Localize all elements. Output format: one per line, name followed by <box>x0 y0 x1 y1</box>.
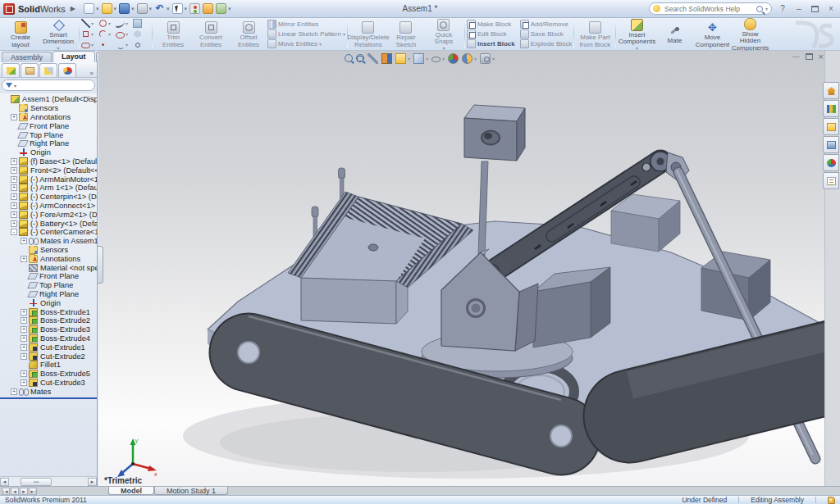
point-tool-icon[interactable] <box>98 40 107 49</box>
make-block-button[interactable]: Make Block <box>467 20 515 29</box>
tree-item[interactable]: +Boss-Extrude5 <box>0 370 97 379</box>
filter-dropdown-icon[interactable]: ▾ <box>14 83 16 89</box>
move-component-button[interactable]: ✥ Move Component <box>694 20 730 48</box>
configuration-manager-tab[interactable] <box>39 63 57 77</box>
file-properties-icon[interactable] <box>203 3 213 14</box>
view-orientation-icon[interactable] <box>395 53 406 64</box>
search-icon[interactable] <box>756 6 763 12</box>
tree-item[interactable]: +Boss-Extrude3 <box>0 325 97 334</box>
select-dropdown-icon[interactable]: ▾ <box>185 6 188 12</box>
tree-item[interactable]: Top Plane <box>0 130 97 139</box>
first-tab-icon[interactable]: |◄ <box>2 488 10 495</box>
tree-item[interactable]: Right Plane <box>0 290 97 299</box>
menu-expand-arrow-icon[interactable]: ▶ <box>71 5 75 12</box>
move-entities-button[interactable]: Move Entities▾ <box>267 39 345 48</box>
make-part-from-block-button[interactable]: Make Part from Block <box>577 20 613 48</box>
appearances-icon[interactable] <box>823 154 839 171</box>
offset-entities-button[interactable]: Offset Entities <box>231 20 267 48</box>
tree-item[interactable]: Front Plane <box>0 121 97 130</box>
view-settings-icon[interactable] <box>480 53 491 64</box>
create-layout-button[interactable]: Create layout <box>2 20 39 48</box>
tree-item[interactable]: Assem1 (Default<Display State-1 <box>0 95 97 104</box>
doc-close-button[interactable]: × <box>819 52 824 61</box>
feature-tree-tab[interactable] <box>2 63 20 77</box>
property-manager-tab[interactable] <box>21 63 39 77</box>
open-icon[interactable] <box>102 3 112 14</box>
scroll-thumb[interactable]: ▪▪▪ <box>21 478 52 486</box>
tree-item[interactable]: Material <not specified> <box>0 263 97 272</box>
select-cursor-icon[interactable] <box>172 3 183 14</box>
restore-button[interactable] <box>811 6 819 12</box>
rebuild-icon[interactable] <box>189 3 200 14</box>
tree-item[interactable]: +(f) Base<1> (Default<<Defaul <box>0 157 97 166</box>
tree-item[interactable]: Origin <box>0 148 97 157</box>
new-document-icon[interactable] <box>84 3 94 14</box>
tree-item[interactable]: Top Plane <box>0 281 97 290</box>
polygon-tool-icon[interactable] <box>133 30 142 39</box>
scroll-right-icon[interactable]: ► <box>88 478 97 486</box>
tag-icon[interactable] <box>828 497 835 504</box>
rollback-bar[interactable] <box>0 397 97 399</box>
convert-entities-button[interactable]: Convert Entities <box>193 20 229 48</box>
help-button[interactable]: ? <box>777 3 788 15</box>
tree-item[interactable]: +(-) ArmConnect<1> (Default< <box>0 202 97 211</box>
next-tab-icon[interactable]: ► <box>20 488 28 495</box>
explode-block-button[interactable]: Explode Block <box>520 39 573 48</box>
search-box[interactable]: ▾ <box>649 2 772 15</box>
edit-appearance-icon[interactable] <box>448 53 459 64</box>
graphics-viewport[interactable]: ▾ ▾ ▾ ▾ ▾ <box>98 51 824 488</box>
solidworks-resources-icon[interactable] <box>823 82 839 99</box>
tree-item[interactable]: +Cut-Extrude3 <box>0 379 97 388</box>
save-block-button[interactable]: Save Block <box>520 30 573 39</box>
scroll-left-icon[interactable]: ◄ <box>0 478 9 486</box>
undo-icon[interactable]: ↶ <box>154 3 165 14</box>
panel-splitter-handle[interactable] <box>98 246 103 284</box>
edit-block-button[interactable]: Edit Block <box>467 30 515 39</box>
print-dropdown-icon[interactable]: ▾ <box>149 6 153 12</box>
sketch-picture-tool-icon[interactable] <box>133 19 142 28</box>
apply-scene-icon[interactable] <box>462 53 472 64</box>
tree-item[interactable]: Origin <box>0 298 97 307</box>
insert-block-button[interactable]: Insert Block <box>467 39 515 48</box>
tree-item[interactable]: +Boss-Extrude1 <box>0 307 97 316</box>
doc-minimize-button[interactable]: — <box>792 52 800 61</box>
tree-item[interactable]: +(-) ArmMainMotor<1> (Defau <box>0 175 97 184</box>
tree-item[interactable]: +(-) Arm 1<1> (Default<<Defa <box>0 184 97 193</box>
circle-tool-icon[interactable] <box>98 19 107 28</box>
display-delete-relations-button[interactable]: Display/Delete Relations <box>350 20 386 48</box>
trim-entities-button[interactable]: Trim Entities <box>155 20 191 48</box>
tree-item[interactable]: +(-) ForeArm2<1> (Default<<D <box>0 210 97 219</box>
tree-item[interactable]: +Boss-Extrude2 <box>0 316 97 325</box>
arc-tool-icon[interactable] <box>98 30 107 39</box>
tree-item[interactable]: +Mates in Assem1 <box>0 237 97 246</box>
tree-item[interactable]: -(-) CenterCamera<1> (Defaul <box>0 228 97 237</box>
model-tab[interactable]: Model <box>108 487 154 495</box>
zoom-to-area-icon[interactable] <box>356 54 364 62</box>
new-dropdown-icon[interactable]: ▾ <box>96 6 99 12</box>
print-icon[interactable] <box>137 3 148 14</box>
show-hidden-components-button[interactable]: Show Hidden Components <box>732 16 768 52</box>
smart-dimension-button[interactable]: Smart Dimension ▾ <box>40 17 76 51</box>
options-dropdown-icon[interactable]: ▾ <box>228 6 231 12</box>
undo-dropdown-icon[interactable]: ▾ <box>167 6 170 12</box>
close-button[interactable]: × <box>825 3 837 15</box>
tree-item[interactable]: +(-) Centerpin<1> (Default<<D <box>0 193 97 202</box>
ellipse-tool-icon[interactable] <box>116 30 125 39</box>
tree-item[interactable]: Right Plane <box>0 139 97 148</box>
tree-item[interactable]: +Mates <box>0 387 97 396</box>
tab-layout[interactable]: Layout <box>52 51 95 62</box>
rectangle-tool-icon[interactable] <box>81 30 90 39</box>
save-dropdown-icon[interactable]: ▾ <box>131 6 135 12</box>
prev-tab-icon[interactable]: ◄ <box>11 488 19 495</box>
line-tool-icon[interactable] <box>81 19 90 28</box>
tab-assembly[interactable]: Assembly <box>2 52 52 62</box>
previous-view-icon[interactable] <box>368 53 378 64</box>
panel-overflow-chevron-icon[interactable]: » <box>90 70 95 77</box>
file-explorer-icon[interactable] <box>823 118 839 135</box>
display-style-icon[interactable] <box>413 53 424 64</box>
tree-item[interactable]: +Front<2> (Default<<Default> <box>0 166 97 175</box>
tree-item[interactable]: Sensors <box>0 246 97 255</box>
mirror-entities-button[interactable]: Mirror Entities <box>267 20 345 29</box>
custom-properties-icon[interactable] <box>823 172 839 189</box>
add-remove-button[interactable]: Add/Remove <box>520 20 573 29</box>
